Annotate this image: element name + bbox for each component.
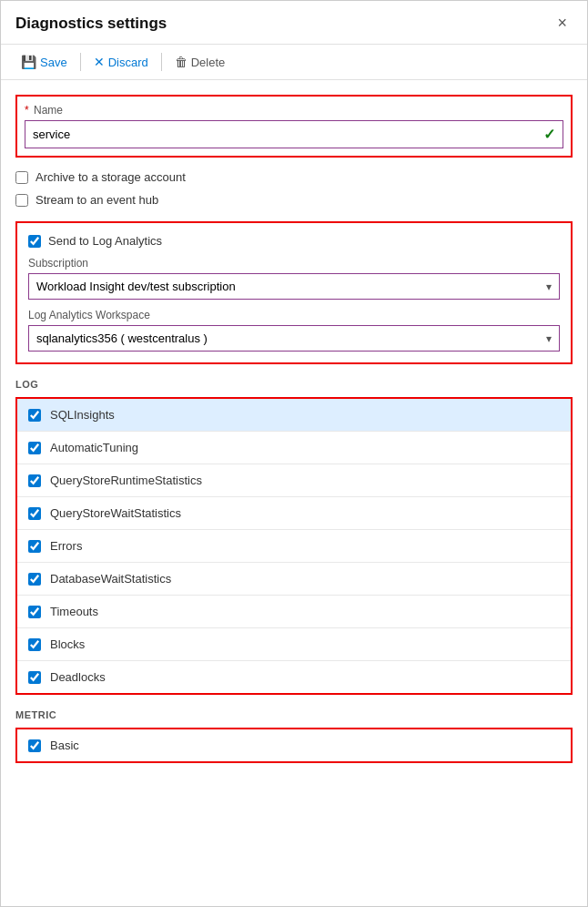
workspace-select[interactable]: sqlanalytics356 ( westcentralus ) [29,326,559,351]
stream-label[interactable]: Stream to an event hub [35,193,158,207]
log-checkbox-deadlocks[interactable] [28,671,41,684]
log-row: QueryStoreWaitStatistics [17,497,571,530]
save-label: Save [40,56,67,69]
log-checkbox-sqlinsights[interactable] [28,409,41,422]
discard-icon: ✕ [94,55,105,69]
archive-checkbox[interactable] [15,171,28,184]
panel-title: Diagnostics settings [15,15,167,33]
log-checkbox-errors[interactable] [28,540,41,553]
toolbar-separator [80,53,81,71]
log-label-querystorewaitstatistics[interactable]: QueryStoreWaitStatistics [50,506,181,520]
subscription-label: Subscription [28,257,560,270]
checkmark-icon: ✓ [543,126,555,143]
toolbar-separator-2 [161,53,162,71]
workspace-select-wrapper: sqlanalytics356 ( westcentralus ) ▾ [28,325,560,352]
log-analytics-checkbox-row: Send to Log Analytics [28,234,560,248]
stream-checkbox-row: Stream to an event hub [15,193,573,207]
name-input[interactable] [33,127,543,141]
name-field-box: * Name ✓ [15,95,573,158]
log-row: SQLInsights [17,399,571,432]
discard-button[interactable]: ✕ Discard [88,52,154,72]
save-button[interactable]: 💾 Save [15,52,73,72]
log-row: Blocks [17,628,571,661]
metric-table: Basic [15,728,573,763]
log-label-blocks[interactable]: Blocks [50,637,85,651]
subscription-select[interactable]: Workload Insight dev/test subscription [29,274,559,299]
metric-row: Basic [17,729,571,761]
subscription-select-wrapper: Workload Insight dev/test subscription ▾ [28,273,560,300]
log-label-errors[interactable]: Errors [50,539,82,553]
log-row: Deadlocks [17,661,571,693]
log-row: AutomaticTuning [17,432,571,464]
log-table: SQLInsightsAutomaticTuningQueryStoreRunt… [15,397,573,695]
log-row: DatabaseWaitStatistics [17,563,571,596]
metric-checkbox-basic[interactable] [28,739,41,752]
log-row: Timeouts [17,596,571,628]
stream-checkbox[interactable] [15,194,28,207]
log-checkbox-querystoreruntimestatistics[interactable] [28,474,41,487]
log-label-timeouts[interactable]: Timeouts [50,605,98,618]
log-label-deadlocks[interactable]: Deadlocks [50,670,106,684]
log-row: QueryStoreRuntimeStatistics [17,464,571,497]
log-label-automatictuning[interactable]: AutomaticTuning [50,441,138,454]
log-analytics-box: Send to Log Analytics Subscription Workl… [15,221,573,364]
delete-button[interactable]: 🗑 Delete [169,52,231,72]
delete-icon: 🗑 [175,55,188,69]
log-checkbox-automatictuning[interactable] [28,442,41,454]
log-analytics-label[interactable]: Send to Log Analytics [48,234,162,248]
log-label-querystoreruntimestatistics[interactable]: QueryStoreRuntimeStatistics [50,474,202,487]
archive-label[interactable]: Archive to a storage account [35,170,186,184]
delete-label: Delete [191,56,226,69]
metric-label-basic[interactable]: Basic [50,739,79,752]
required-star: * [25,104,29,117]
log-analytics-checkbox[interactable] [28,235,41,248]
save-icon: 💾 [21,55,36,69]
log-label-databasewaitstatistics[interactable]: DatabaseWaitStatistics [50,572,171,586]
log-checkbox-blocks[interactable] [28,638,41,651]
metric-section-label: METRIC [15,709,573,720]
workspace-label: Log Analytics Workspace [28,309,560,321]
close-button[interactable]: × [552,12,573,35]
log-checkbox-querystorewaitstatistics[interactable] [28,507,41,520]
log-label-sqlinsights[interactable]: SQLInsights [50,408,115,422]
log-row: Errors [17,530,571,563]
name-input-wrapper: ✓ [25,120,563,148]
archive-checkbox-row: Archive to a storage account [15,170,573,184]
log-section-label: LOG [15,379,573,390]
name-label: * Name [25,104,563,117]
log-checkbox-timeouts[interactable] [28,606,41,618]
log-checkbox-databasewaitstatistics[interactable] [28,573,41,586]
toolbar: 💾 Save ✕ Discard 🗑 Delete [1,45,587,80]
discard-label: Discard [108,56,148,69]
